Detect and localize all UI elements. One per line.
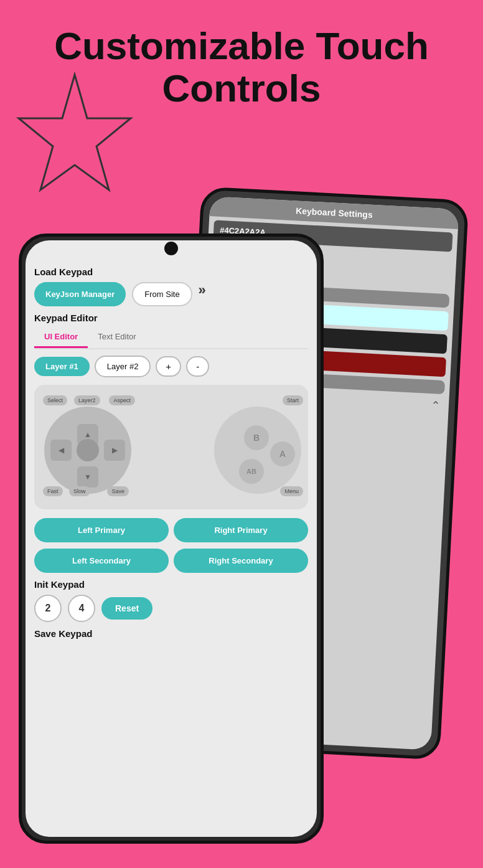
init-num-1: 2	[34, 595, 62, 622]
action-container: Start B A AB Menu	[211, 394, 304, 500]
menu-button[interactable]: Menu	[280, 486, 303, 496]
dpad-right-button[interactable]: ▶	[104, 440, 125, 461]
editor-tabs: UI Editor Text Editor	[34, 327, 308, 349]
layer-row: Layer #1 Layer #2 + -	[34, 356, 308, 377]
tab-text-editor[interactable]: Text Editor	[88, 327, 146, 348]
title-line2: Controls	[162, 67, 321, 110]
action-ab-button[interactable]: AB	[239, 459, 264, 484]
primary-buttons-row: Left Primary Right Primary	[34, 518, 308, 542]
add-layer-button[interactable]: +	[156, 356, 181, 377]
front-phone: Load Keypad KeyJson Manager From Site » …	[19, 234, 324, 844]
layer1-button[interactable]: Layer #1	[34, 357, 90, 376]
start-button[interactable]: Start	[283, 395, 303, 405]
save-button[interactable]: Save	[107, 486, 129, 496]
app-content: Load Keypad KeyJson Manager From Site » …	[26, 240, 317, 656]
dpad-center	[77, 439, 99, 461]
from-site-button[interactable]: From Site	[132, 282, 192, 306]
init-num-2: 4	[68, 595, 95, 622]
left-primary-button[interactable]: Left Primary	[34, 518, 169, 542]
reset-button[interactable]: Reset	[101, 597, 152, 620]
aspect-button[interactable]: Aspect	[109, 395, 135, 405]
more-options-icon[interactable]: »	[199, 282, 206, 306]
action-b-button[interactable]: B	[244, 425, 269, 450]
title-line1: Customizable Touch	[54, 24, 429, 67]
keypad-editor-title: Keypad Editor	[34, 313, 308, 323]
svg-marker-0	[19, 75, 131, 190]
right-primary-button[interactable]: Right Primary	[174, 518, 308, 542]
keyjson-manager-button[interactable]: KeyJson Manager	[34, 282, 126, 306]
select-button[interactable]: Select	[43, 395, 67, 405]
init-row: 2 4 Reset	[34, 595, 308, 622]
right-secondary-button[interactable]: Right Secondary	[174, 549, 308, 573]
dpad-outer: ▲ ▼ ◀ ▶	[44, 407, 131, 494]
action-outer: B A AB	[214, 407, 301, 494]
action-a-button[interactable]: A	[270, 441, 295, 466]
load-keypad-buttons: KeyJson Manager From Site »	[34, 282, 308, 306]
slow-button[interactable]: Slow	[69, 486, 90, 496]
secondary-buttons-row: Left Secondary Right Secondary	[34, 549, 308, 573]
star-decoration	[6, 62, 143, 224]
front-phone-inner: Load Keypad KeyJson Manager From Site » …	[26, 240, 317, 837]
layer2-button[interactable]: Layer #2	[95, 356, 151, 377]
remove-layer-button[interactable]: -	[186, 356, 209, 377]
dpad-container: Select Layer2 Aspect ▲ ▼ ◀	[38, 394, 138, 500]
save-keypad-title: Save Keypad	[34, 628, 308, 639]
load-keypad-title: Load Keypad	[34, 267, 308, 277]
layer2-small-button[interactable]: Layer2	[74, 395, 100, 405]
init-keypad-title: Init Keypad	[34, 579, 308, 590]
gamepad-area: Select Layer2 Aspect ▲ ▼ ◀	[34, 385, 308, 509]
tab-ui-editor[interactable]: UI Editor	[34, 327, 88, 348]
dpad-down-button[interactable]: ▼	[77, 466, 98, 488]
dpad-left-button[interactable]: ◀	[50, 440, 72, 461]
fast-button[interactable]: Fast	[43, 486, 63, 496]
phone-notch	[164, 242, 178, 255]
left-secondary-button[interactable]: Left Secondary	[34, 549, 169, 573]
save-keypad-section: Save Keypad	[34, 628, 308, 639]
